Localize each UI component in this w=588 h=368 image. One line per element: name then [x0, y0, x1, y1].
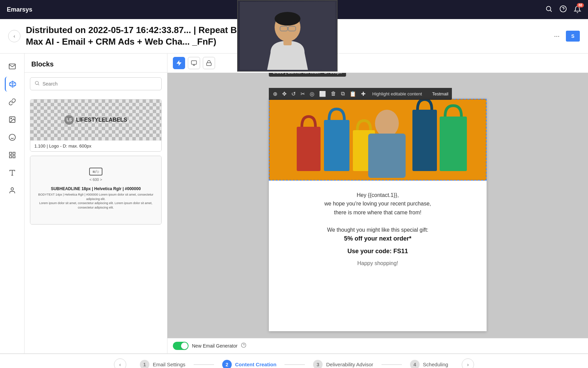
wizard-next-button[interactable]: ›: [462, 358, 474, 368]
code-label: < 600 >: [89, 178, 102, 182]
svg-line-1: [550, 10, 552, 12]
sidebar-icon-palette[interactable]: [5, 130, 20, 145]
sidebar-icon-blocks[interactable]: [5, 77, 20, 92]
rotate-icon[interactable]: ↺: [291, 90, 296, 98]
target-icon[interactable]: ◎: [309, 90, 315, 98]
move-icon[interactable]: ✥: [281, 90, 287, 98]
email-code: Use your code: FS11: [282, 248, 473, 255]
sidebar-icon-email[interactable]: [5, 59, 20, 74]
search-icon: [34, 80, 40, 87]
brand-name: Emarsys: [7, 6, 32, 13]
navbar-right: 88: [545, 5, 581, 14]
lock-btn[interactable]: [203, 57, 215, 69]
svg-point-0: [546, 6, 551, 11]
block-item-code[interactable]: ⊠/○ < 600 > SUBHEADLINE 18px | Helvetica…: [30, 156, 162, 225]
back-button[interactable]: ‹: [8, 30, 20, 42]
wizard-step-4[interactable]: 4 Scheduling: [402, 357, 456, 368]
email-happy: Happy shopping!: [282, 260, 473, 266]
wizard-step-2[interactable]: 2 Content Creation: [214, 357, 285, 368]
toggle-knob: [181, 342, 188, 349]
wizard-connector-1: [194, 364, 214, 365]
banner-toolbar-icons: ⊕ ✥ ↺ ✂ ◎ ⬜ 🗑 ⧉ 📋 ✚ Highlight editable c…: [269, 88, 452, 100]
notification-bell[interactable]: 88: [574, 6, 581, 13]
code-block-icon: ⊠/○: [89, 168, 102, 175]
search-icon[interactable]: [545, 5, 553, 14]
notification-count: 88: [577, 3, 584, 7]
svg-rect-15: [13, 155, 15, 157]
svg-rect-16: [9, 155, 11, 157]
canvas-footer: New Email Generator: [167, 338, 588, 353]
header-actions: ··· S: [551, 31, 580, 42]
svg-point-10: [9, 134, 15, 140]
plus-icon[interactable]: ✚: [360, 90, 366, 98]
svg-rect-29: [324, 120, 349, 171]
email-gift-intro: We thought you might like this special g…: [282, 227, 473, 233]
wizard-step-1-label: Email Settings: [153, 362, 185, 367]
more-options-button[interactable]: ···: [551, 31, 562, 41]
svg-marker-22: [177, 60, 181, 65]
svg-rect-31: [440, 117, 467, 171]
sidebar-icon-image[interactable]: [5, 112, 20, 127]
cut-icon[interactable]: ✂: [300, 90, 306, 98]
help-tooltip-icon[interactable]: [241, 342, 246, 349]
block-text-lines: SUBHEADLINE 18px | Helvetica Rglr | #000…: [30, 184, 161, 212]
main-content: Blocks LS LIFESTYLELABELS: [0, 53, 588, 353]
s-action-button[interactable]: S: [566, 31, 580, 42]
sidebar-icon-text[interactable]: [5, 165, 20, 180]
svg-point-33: [375, 110, 399, 137]
svg-rect-32: [412, 110, 437, 171]
email-body: Hey {{contact.1}}, we hope you're loving…: [269, 181, 487, 277]
new-email-generator-toggle[interactable]: [173, 342, 189, 350]
wizard-step-1-num: 1: [140, 360, 149, 368]
wizard-step-3[interactable]: 3 Deliverability Advisor: [305, 357, 381, 368]
wizard-prev-button[interactable]: ‹: [114, 358, 126, 368]
block-bodytext: BODYTEXT 14px | Helvetica Rglr | #000000…: [33, 193, 159, 201]
blocks-panel: Blocks LS LIFESTYLELABELS: [24, 53, 167, 353]
testmail-label: Testmail: [432, 91, 448, 96]
wizard-step-3-num: 3: [313, 360, 323, 368]
svg-point-40: [275, 12, 300, 26]
search-input[interactable]: [43, 81, 157, 87]
search-container: [24, 73, 167, 95]
block-extratext: Lorem ipsum dolor sit amet, consectetur …: [33, 201, 159, 210]
wizard-steps: 1 Email Settings 2 Content Creation 3 De…: [132, 357, 456, 368]
wizard-step-4-label: Scheduling: [423, 362, 448, 367]
wizard-connector-2: [284, 364, 305, 365]
email-greeting: Hey {{contact.1}}, we hope you're loving…: [282, 191, 473, 217]
svg-point-9: [11, 118, 12, 119]
wizard-step-2-label: Content Creation: [235, 362, 277, 367]
canvas-area: 2.500 | Banner full width - D: 600px ⊕ ✥…: [167, 53, 588, 353]
svg-line-21: [38, 84, 39, 85]
canvas-scroll[interactable]: 2.500 | Banner full width - D: 600px ⊕ ✥…: [167, 73, 588, 338]
wizard-step-3-label: Deliverability Advisor: [326, 362, 373, 367]
sidebar-icon-layout[interactable]: [5, 148, 20, 163]
wizard-connector-3: [381, 364, 402, 365]
sidebar-icon-link[interactable]: [5, 94, 20, 109]
video-overlay: [237, 0, 338, 72]
svg-point-20: [35, 81, 38, 84]
copy-icon[interactable]: ⧉: [340, 90, 345, 97]
lightning-btn[interactable]: [173, 57, 185, 69]
video-placeholder: [238, 1, 337, 71]
paste-icon[interactable]: 📋: [349, 90, 357, 98]
email-banner[interactable]: [269, 99, 487, 181]
trash-icon[interactable]: 🗑: [330, 90, 337, 97]
blocks-list: LS LIFESTYLELABELS 1.100 | Logo - D: max…: [24, 95, 167, 353]
email-discount: 5% off your next order*: [282, 235, 473, 242]
wizard-step-1[interactable]: 1 Email Settings: [132, 357, 194, 368]
logo-text: LIFESTYLELABELS: [76, 117, 127, 123]
block-subheadline: SUBHEADLINE 18px | Helvetica Rglr | #000…: [33, 186, 159, 191]
block-label-logo: 1.100 | Logo - D: max. 600px: [30, 140, 161, 151]
block-item-logo[interactable]: LS LIFESTYLELABELS 1.100 | Logo - D: max…: [30, 99, 162, 152]
box-icon[interactable]: ⬜: [318, 90, 327, 98]
svg-rect-44: [283, 40, 292, 45]
help-icon[interactable]: [559, 5, 567, 14]
block-preview-logo: LS LIFESTYLELABELS: [30, 99, 161, 140]
crop-icon[interactable]: ⊕: [272, 90, 278, 98]
block-preview-code: ⊠/○ < 600 > SUBHEADLINE 18px | Helvetica…: [30, 156, 161, 224]
sidebar-icon-person[interactable]: [5, 183, 20, 198]
svg-rect-14: [13, 152, 15, 154]
desktop-btn[interactable]: [188, 57, 200, 69]
highlight-label: Highlight editable content: [372, 91, 422, 96]
svg-point-19: [11, 187, 13, 190]
